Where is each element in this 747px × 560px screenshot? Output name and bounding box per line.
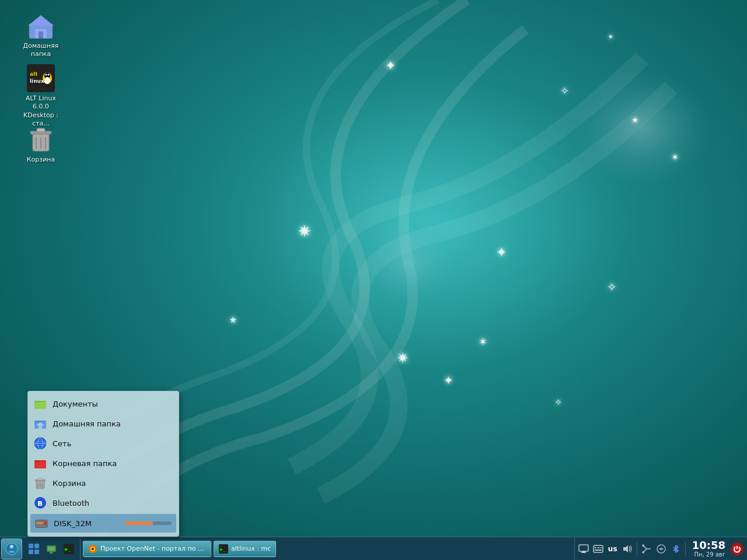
sparkle-1: ✧ [560,85,569,97]
sparkle-12: ⋆ [607,29,615,43]
network-icon [34,437,47,450]
sparkle-2: ⋆ [630,111,640,128]
svg-point-2 [362,222,455,303]
clock-time: 10:58 [692,540,725,551]
lang-label: us [608,545,617,553]
svg-rect-53 [34,550,39,554]
menu-item-documents-label: Документы [53,400,98,408]
svg-rect-67 [594,545,603,552]
sparkle-10: ✦ [444,373,453,387]
svg-point-47 [44,522,47,525]
svg-text:linux: linux [30,78,44,84]
sparkle-4: ✷ [298,222,311,241]
svg-rect-24 [34,401,39,402]
svg-point-61 [92,548,94,550]
system-tray: us [574,537,747,561]
quick-btn-2[interactable] [43,540,60,558]
clipboard-tray-icon[interactable] [640,542,653,555]
menu-item-home-label: Домашняя папка [53,419,121,428]
places-menu: Документы Домашняя папка [27,391,179,537]
quick-btn-1[interactable] [25,540,43,558]
svg-rect-69 [598,547,599,548]
sparkle-8: ✶ [479,335,487,348]
svg-rect-18 [37,128,45,132]
trash-menu-icon [34,477,47,489]
terminal-window-label: altlinux : mc [231,545,271,552]
kde-start-button[interactable] [1,538,22,559]
menu-item-bluetooth[interactable]: ʙ Bluetooth [28,493,179,513]
volume-tray-icon[interactable] [621,542,634,555]
svg-point-49 [10,545,13,548]
terminal-taskbar-btn[interactable]: ▶_ altlinux : mc [214,541,276,557]
network-tray-icon[interactable] [655,542,668,555]
home-folder-label: Домашняя папка [18,42,64,59]
clock-date: Пн, 29 авг [692,551,725,558]
svg-point-15 [44,77,50,84]
desktop-icon-altlinux[interactable]: alt linux ALT Linux 6.0.0 KDesktop : ста… [18,64,64,128]
svg-rect-55 [48,547,55,551]
menu-item-disk-label: DISK_32M [54,519,119,528]
menu-item-disk[interactable]: DISK_32M [30,514,176,533]
bluetooth-menu-icon: ʙ [34,496,47,509]
desktop-icon-home[interactable]: Домашняя папка [18,12,64,59]
quick-btn-terminal[interactable]: ▶_ [60,540,78,558]
svg-rect-46 [36,522,44,524]
svg-rect-52 [29,550,33,554]
sparkle-11: ✧ [554,397,562,408]
menu-item-network-label: Сеть [53,439,71,448]
sparkle-6: ✧ [607,280,617,294]
svg-point-13 [46,74,47,76]
firefox-taskbar-icon [88,544,97,554]
quick-launch-area: ▶_ [23,537,81,561]
altlinux-icon: alt linux [27,64,55,92]
menu-item-root[interactable]: Корневая папка [28,453,179,473]
menu-item-documents[interactable]: Документы [28,394,179,414]
menu-item-network[interactable]: Сеть [28,433,179,453]
svg-rect-71 [595,550,602,551]
sparkle-3: ✶ [671,152,679,163]
documents-folder-icon [34,397,47,410]
svg-point-1 [572,70,712,187]
svg-rect-56 [50,552,53,554]
terminal-taskbar-icon: ▶_ [219,544,228,554]
svg-marker-5 [28,15,54,26]
svg-rect-50 [29,544,33,548]
taskbar: ▶_ Проект OpenNet - портал по открытому … [0,537,747,560]
trash-label: Корзина [18,156,64,164]
firefox-taskbar-btn[interactable]: Проект OpenNet - портал по открытому ПО,… [83,541,211,557]
menu-item-home[interactable]: Домашняя папка [28,414,179,433]
svg-point-76 [642,551,644,554]
svg-rect-51 [34,544,39,548]
power-button[interactable] [731,542,743,555]
language-indicator[interactable]: us [606,542,619,555]
display-tray-icon[interactable] [577,542,590,555]
keyboard-tray-icon[interactable] [592,542,605,555]
window-buttons: Проект OpenNet - портал по открытому ПО,… [81,537,574,561]
svg-rect-35 [34,461,46,468]
disk-progress [125,522,172,525]
home-folder-menu-icon [34,417,47,430]
menu-item-trash[interactable]: Корзина [28,473,179,493]
clock-area[interactable]: 10:58 Пн, 29 авг [689,540,729,558]
menu-item-root-label: Корневая папка [53,459,117,468]
firefox-window-label: Проект OpenNet - портал по открытому ПО,… [100,545,206,552]
svg-rect-68 [595,547,596,548]
svg-text:ʙ: ʙ [37,498,43,508]
menu-item-bluetooth-label: Bluetooth [53,499,89,508]
tray-separator-2 [685,542,686,556]
menu-item-trash-label: Корзина [53,479,86,488]
svg-point-75 [642,544,644,547]
bluetooth-tray-icon[interactable] [669,542,682,555]
svg-rect-70 [601,547,602,548]
home-folder-icon [27,12,55,40]
svg-rect-39 [38,478,43,480]
svg-rect-7 [39,32,43,38]
svg-rect-64 [579,545,588,551]
svg-text:alt: alt [30,71,38,77]
svg-rect-29 [39,425,42,429]
svg-rect-27 [34,421,39,422]
root-folder-icon [34,457,47,470]
svg-rect-23 [34,402,46,409]
desktop-icon-trash[interactable]: Корзина [18,125,64,164]
svg-marker-72 [623,545,628,552]
